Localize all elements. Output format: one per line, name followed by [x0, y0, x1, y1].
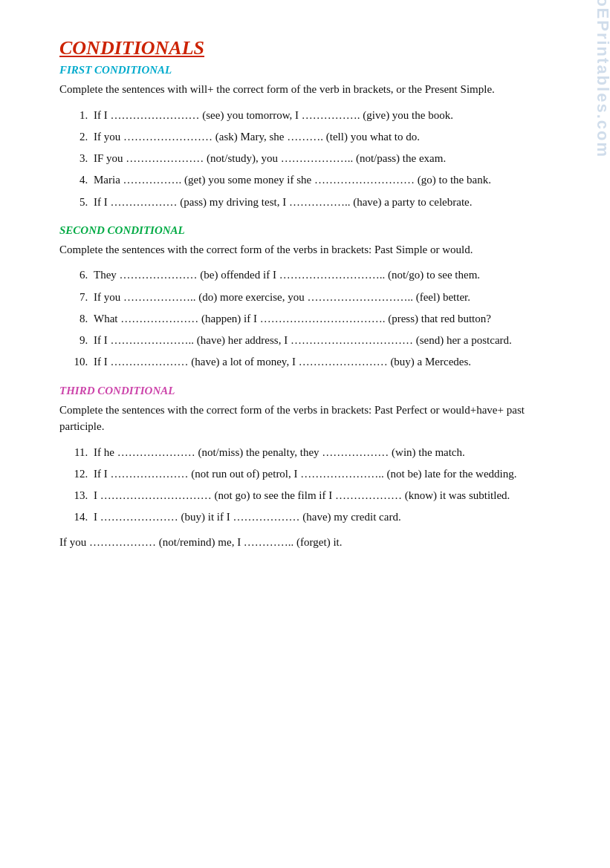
- section-third-conditional: THIRD CONDITIONAL Complete the sentences…: [59, 385, 558, 551]
- list-item: If I ………………….. (have) her address, I …………: [91, 332, 558, 349]
- list-item: IF you ………………… (not/study), you ………………..…: [91, 150, 558, 167]
- instruction-first: Complete the sentences with will+ the co…: [59, 81, 558, 98]
- section-title-first: FIRST CONDITIONAL: [59, 64, 558, 76]
- section-first-conditional: FIRST CONDITIONAL Complete the sentences…: [59, 64, 558, 211]
- watermark: FoEPrintables.com: [593, 0, 610, 158]
- list-item: I ………………… (buy) it if I ……………… (have) my…: [91, 509, 558, 526]
- section-second-conditional: SECOND CONDITIONAL Complete the sentence…: [59, 224, 558, 371]
- section-title-third: THIRD CONDITIONAL: [59, 385, 558, 397]
- list-item: If I ………………… (not run out of) petrol, I …: [91, 466, 558, 483]
- list-item: What ………………… (happen) if I ……………………………. …: [91, 310, 558, 327]
- list-item: If I …………………… (see) you tomorrow, I ……………: [91, 107, 558, 124]
- instruction-second: Complete the sentences with the correct …: [59, 241, 558, 258]
- section-title-second: SECOND CONDITIONAL: [59, 224, 558, 237]
- list-item: If you ……………….. (do) more exercise, you …: [91, 289, 558, 306]
- instruction-third: Complete the sentences with the correct …: [59, 402, 558, 435]
- list-item: Maria ……………. (get) you some money if she…: [91, 172, 558, 189]
- list-third-conditional: If he ………………… (not/miss) the penalty, th…: [74, 444, 558, 526]
- page-container: CONDITIONALS FIRST CONDITIONAL Complete …: [59, 37, 558, 551]
- list-item: They ………………… (be) offended if I ………………………: [91, 267, 558, 284]
- list-second-conditional: They ………………… (be) offended if I ………………………: [74, 267, 558, 371]
- list-item: If you …………………… (ask) Mary, she ………. (te…: [91, 128, 558, 146]
- list-item: If I ………………… (have) a lot of money, I ………: [91, 353, 558, 371]
- footer-line: If you ……………… (not/remind) me, I ………….. …: [59, 534, 558, 551]
- main-title: CONDITIONALS: [59, 37, 558, 59]
- list-item: I ………………………… (not go) to see the film if…: [91, 487, 558, 504]
- list-item: If he ………………… (not/miss) the penalty, th…: [91, 444, 558, 461]
- list-first-conditional: If I …………………… (see) you tomorrow, I ……………: [74, 107, 558, 211]
- list-item: If I ……………… (pass) my driving test, I ………: [91, 194, 558, 211]
